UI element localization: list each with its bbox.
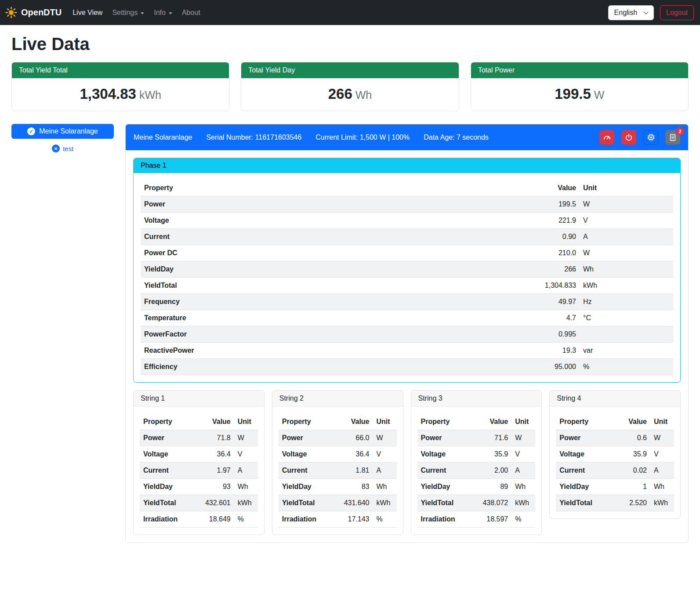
table-row: Power DC 210.0 W	[141, 245, 673, 261]
value-cell: 71.8	[196, 430, 234, 446]
string-1-table-body: Power 71.8 W Voltage 36.4	[140, 430, 258, 528]
table-row: ReactivePower 19.3 var	[141, 343, 673, 359]
table-row: YieldTotal 432.601 kWh	[140, 495, 258, 511]
property-cell: YieldTotal	[140, 495, 196, 511]
column-header-unit: Unit	[511, 414, 535, 430]
value-cell: 95.000	[514, 359, 580, 375]
nav-info[interactable]: Info	[149, 5, 177, 20]
table-row: Temperature 4.7 °C	[141, 310, 673, 326]
table-row: YieldDay 83 Wh	[279, 479, 397, 495]
page-title: Live Data	[11, 34, 689, 54]
column-header-unit: Unit	[580, 180, 673, 196]
table-row: Power 71.6 W	[417, 430, 536, 446]
column-header-value: Value	[514, 180, 580, 196]
nav-settings[interactable]: Settings	[107, 5, 149, 20]
table-row: Voltage 35.9 V	[417, 446, 536, 463]
inverter-panel: Meine Solaranlage Serial Number: 1161716…	[125, 124, 689, 543]
journal-icon	[669, 134, 677, 141]
unit-cell: A	[234, 463, 258, 479]
unit-cell: °C	[580, 310, 673, 326]
table-row: Current 1.81 A	[279, 463, 397, 479]
language-select[interactable]: English	[608, 5, 654, 20]
unit-cell: Hz	[580, 294, 673, 310]
unit-cell: kWh	[650, 495, 674, 511]
page: OpenDTU Live View Settings Info About En…	[0, 0, 700, 556]
table-row: PowerFactor 0.995	[141, 326, 673, 343]
property-cell: YieldDay	[141, 261, 514, 278]
value-cell: 35.9	[474, 446, 511, 463]
string-card-title: String 4	[550, 391, 680, 407]
property-cell: Current	[141, 229, 514, 245]
value-cell: 2.00	[474, 463, 511, 479]
table-row: Power 71.8 W	[140, 430, 258, 446]
column-header-property: Property	[140, 414, 196, 430]
inverter-panel-body: Phase 1 Property Value Unit	[126, 150, 688, 543]
table-header-row: Property Value Unit	[279, 414, 397, 430]
unit-cell: V	[511, 446, 535, 463]
phase-table-body: Power 199.5 W Voltage 221.9 V	[141, 196, 673, 375]
inverter-select-button[interactable]: ✓ Meine Solaranlage	[11, 124, 114, 139]
nav-about[interactable]: About	[177, 5, 205, 20]
nav-live-view[interactable]: Live View	[68, 5, 107, 20]
string-card-2: String 2 Property Value Unit	[272, 390, 403, 535]
column-header-unit: Unit	[650, 414, 674, 430]
check-circle-icon: ✓	[27, 127, 35, 135]
value-cell: 83	[335, 479, 373, 495]
table-row: Irradiation 18.649 %	[140, 511, 258, 528]
unit-cell: A	[373, 463, 397, 479]
property-cell: Power	[556, 430, 613, 446]
phase-card: Phase 1 Property Value Unit	[133, 158, 681, 383]
unit-cell: Wh	[373, 479, 397, 495]
unit-cell: V	[650, 446, 674, 463]
table-row: Current 0.02 A	[556, 463, 674, 479]
string-card-title: String 2	[272, 391, 403, 407]
inverter-actions: 2	[599, 130, 680, 145]
property-cell: Frequency	[141, 294, 514, 310]
table-row: YieldDay 93 Wh	[140, 479, 258, 495]
property-cell: Power	[140, 430, 196, 446]
inverter-sidebar: ✓ Meine Solaranlage ✕ test	[11, 124, 114, 152]
event-log-button[interactable]: 2	[665, 130, 680, 145]
navbar-right: English Logout	[608, 5, 694, 20]
property-cell: YieldDay	[140, 479, 196, 495]
property-cell: Irradiation	[417, 511, 474, 528]
column-header-property: Property	[141, 180, 514, 196]
property-cell: YieldDay	[556, 479, 613, 495]
value-cell: 431.640	[335, 495, 373, 511]
column-header-value: Value	[196, 414, 234, 430]
property-cell: Voltage	[279, 446, 335, 463]
brand-link[interactable]: OpenDTU	[5, 7, 62, 18]
value-cell: 0.90	[514, 229, 580, 245]
unit-cell: W	[650, 430, 674, 446]
limit-settings-button[interactable]	[599, 130, 614, 145]
device-info-button[interactable]	[643, 130, 658, 145]
inverter-item-test[interactable]: ✕ test	[11, 145, 114, 152]
string-2-table: Property Value Unit	[279, 414, 397, 528]
table-row: Voltage 221.9 V	[141, 213, 673, 229]
logout-button[interactable]: Logout	[660, 5, 694, 20]
property-cell: Current	[279, 463, 335, 479]
summary-card-total-yield-total: Total Yield Total 1,304.83kWh	[11, 62, 229, 111]
summary-card-total-yield-day: Total Yield Day 266Wh	[241, 62, 459, 111]
language-value: English	[614, 9, 637, 17]
table-row: Power 66.0 W	[279, 430, 397, 446]
property-cell: Voltage	[417, 446, 474, 463]
string-card-4: String 4 Property Value Unit	[549, 390, 681, 519]
navbar: OpenDTU Live View Settings Info About En…	[0, 0, 700, 25]
value-cell: 0.6	[613, 430, 650, 446]
property-cell: Voltage	[556, 446, 613, 463]
unit-cell: kWh	[580, 278, 673, 294]
unit-cell: kWh	[373, 495, 397, 511]
power-button[interactable]	[621, 130, 636, 145]
value-cell: 199.5	[514, 196, 580, 213]
string-4-table-body: Power 0.6 W Voltage 35.9	[556, 430, 674, 511]
summary-card-unit: kWh	[139, 89, 161, 101]
value-cell: 89	[474, 479, 511, 495]
table-row: Frequency 49.97 Hz	[141, 294, 673, 310]
string-card-title: String 1	[134, 391, 264, 407]
unit-cell: %	[580, 359, 673, 375]
power-icon	[625, 134, 633, 141]
value-cell: 438.072	[474, 495, 511, 511]
value-cell: 1.97	[196, 463, 234, 479]
value-cell: 36.4	[335, 446, 373, 463]
